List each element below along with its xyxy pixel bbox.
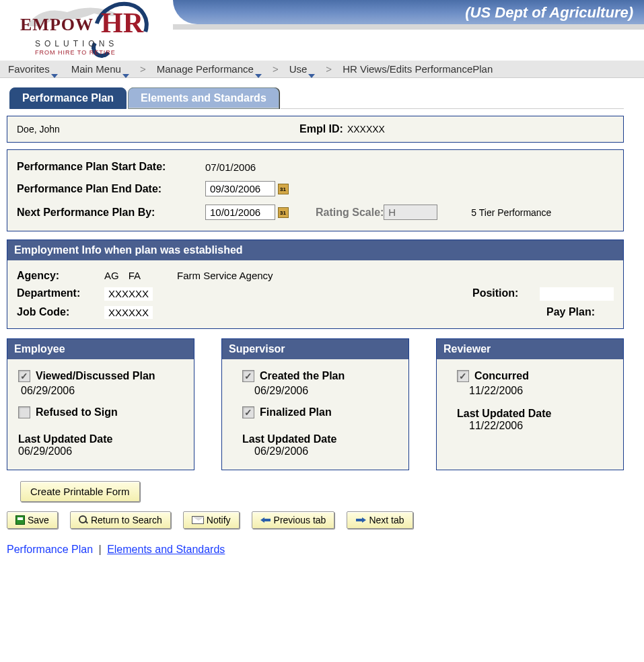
viewed-plan-checkbox[interactable] <box>18 370 30 382</box>
save-button[interactable]: Save <box>7 511 58 529</box>
supervisor-panel: Supervisor Created the Plan 06/29/2006 F… <box>221 338 409 470</box>
reviewer-last-updated-label: Last Updated Date <box>456 406 614 420</box>
reviewer-last-updated-value: 11/22/2006 <box>456 420 614 437</box>
crumb-hr-views-edits[interactable]: HR Views/Edits PerformancePlan <box>340 63 495 75</box>
footer-pipe: | <box>99 544 102 555</box>
created-plan-checkbox[interactable] <box>242 370 254 382</box>
logo-text-main: EMPOW <box>20 15 94 35</box>
supervisor-last-updated-label: Last Updated Date <box>241 432 399 445</box>
employment-info-panel: Employment Info when plan was establishe… <box>7 240 624 329</box>
tab-elements-standards[interactable]: Elements and Standards <box>128 87 279 109</box>
chevron-down-icon <box>51 74 58 78</box>
previous-tab-button[interactable]: Previous tab <box>252 511 335 529</box>
rating-scale-label: Rating Scale: <box>316 207 384 219</box>
notify-button[interactable]: Notify <box>183 511 240 529</box>
org-banner: (US Dept of Agriculture) <box>173 0 644 24</box>
crumb-sep: > <box>273 63 279 75</box>
footer-links: Performance Plan | Elements and Standard… <box>7 544 624 556</box>
agency-code1: AG <box>104 270 119 282</box>
chevron-down-icon <box>255 74 262 78</box>
reviewer-panel-header: Reviewer <box>437 339 623 359</box>
calendar-icon[interactable] <box>278 184 289 194</box>
agency-label: Agency: <box>17 270 104 282</box>
start-date-label: Performance Plan Start Date: <box>17 161 205 173</box>
viewed-plan-date: 06/29/2006 <box>17 385 184 397</box>
next-plan-input[interactable] <box>205 205 275 220</box>
concurred-checkbox[interactable] <box>457 370 469 382</box>
start-date-value: 07/01/2006 <box>205 161 256 173</box>
created-plan-label: Created the Plan <box>260 370 345 382</box>
chevron-down-icon <box>308 74 315 78</box>
empl-id-label: Empl ID: <box>299 123 343 135</box>
envelope-icon <box>192 516 204 524</box>
refused-sign-checkbox[interactable] <box>18 406 30 418</box>
employee-last-updated-value: 06/29/2006 <box>17 445 184 463</box>
calendar-icon[interactable] <box>278 207 289 218</box>
position-label: Position: <box>472 287 540 301</box>
department-label: Department: <box>17 287 104 301</box>
jobcode-value: XXXXXX <box>104 306 153 319</box>
refused-sign-label: Refused to Sign <box>36 406 118 418</box>
breadcrumb: Favorites Main Menu > Manage Performance… <box>0 61 644 78</box>
logo-sub1: SOLUTIONS <box>35 39 118 48</box>
employee-last-updated-label: Last Updated Date <box>17 432 184 445</box>
crumb-use[interactable]: Use <box>287 63 318 75</box>
reviewer-panel: Reviewer Concurred 11/22/2006 Last Updat… <box>436 338 624 470</box>
crumb-sep: > <box>326 63 332 75</box>
return-to-search-button[interactable]: Return to Search <box>70 511 171 529</box>
search-icon <box>79 515 88 525</box>
empl-id-value: XXXXXX <box>347 124 385 135</box>
end-date-input[interactable] <box>205 181 275 196</box>
arrow-right-icon <box>355 515 366 525</box>
plan-dates-box: Performance Plan Start Date: 07/01/2006 … <box>7 149 624 231</box>
page-content: Performance Plan Elements and Standards … <box>0 78 644 565</box>
crumb-manage-performance[interactable]: Manage Performance <box>154 63 264 75</box>
app-header: (US Dept of Agriculture) EMPOW HR SOLUTI… <box>0 0 644 61</box>
employee-panel: Employee Viewed/Discussed Plan 06/29/200… <box>7 338 194 470</box>
finalized-plan-label: Finalized Plan <box>260 406 332 418</box>
tab-underline <box>281 108 624 109</box>
employment-info-header: Employment Info when plan was establishe… <box>7 240 623 260</box>
employee-header-box: Doe, John Empl ID: XXXXXX <box>7 116 624 143</box>
department-value: XXXXXX <box>104 287 153 301</box>
employee-panel-header: Employee <box>7 339 194 359</box>
payplan-label: Pay Plan: <box>546 306 614 319</box>
save-icon <box>15 515 25 525</box>
viewed-plan-label: Viewed/Discussed Plan <box>36 370 155 382</box>
rating-scale-desc: 5 Tier Performance <box>471 207 551 218</box>
jobcode-label: Job Code: <box>17 306 104 319</box>
concurred-label: Concurred <box>474 370 529 382</box>
banner-sub <box>173 24 644 30</box>
footer-link-performance-plan[interactable]: Performance Plan <box>7 544 93 555</box>
crumb-main-menu[interactable]: Main Menu <box>69 63 132 75</box>
logo: EMPOW HR SOLUTIONS FROM HIRE TO RETIRE <box>13 0 162 59</box>
tab-performance-plan[interactable]: Performance Plan <box>9 87 127 109</box>
finalized-plan-checkbox[interactable] <box>242 406 254 418</box>
logo-sub2: FROM HIRE TO RETIRE <box>35 49 116 56</box>
arrow-left-icon <box>260 515 271 525</box>
footer-link-elements-standards[interactable]: Elements and Standards <box>107 544 225 555</box>
next-tab-button[interactable]: Next tab <box>347 511 413 529</box>
agency-code2: FA <box>129 270 141 282</box>
rating-scale-input <box>384 205 437 220</box>
agency-name: Farm Service Agency <box>177 270 273 282</box>
signoff-columns: Employee Viewed/Discussed Plan 06/29/200… <box>7 338 624 470</box>
crumb-favorites[interactable]: Favorites <box>5 63 61 75</box>
employee-name: Doe, John <box>17 124 299 135</box>
crumb-sep: > <box>140 63 146 75</box>
tab-row: Performance Plan Elements and Standards <box>9 87 624 109</box>
created-plan-date: 06/29/2006 <box>241 385 399 397</box>
create-printable-button[interactable]: Create Printable Form <box>20 481 140 502</box>
concurred-date: 11/22/2006 <box>456 385 614 397</box>
supervisor-last-updated-value: 06/29/2006 <box>241 445 399 463</box>
position-value <box>540 287 614 301</box>
next-plan-label: Next Performance Plan By: <box>17 207 205 219</box>
supervisor-panel-header: Supervisor <box>222 339 408 359</box>
chevron-down-icon <box>122 74 129 78</box>
logo-text-hr: HR <box>101 7 143 39</box>
end-date-label: Performance Plan End Date: <box>17 183 205 195</box>
